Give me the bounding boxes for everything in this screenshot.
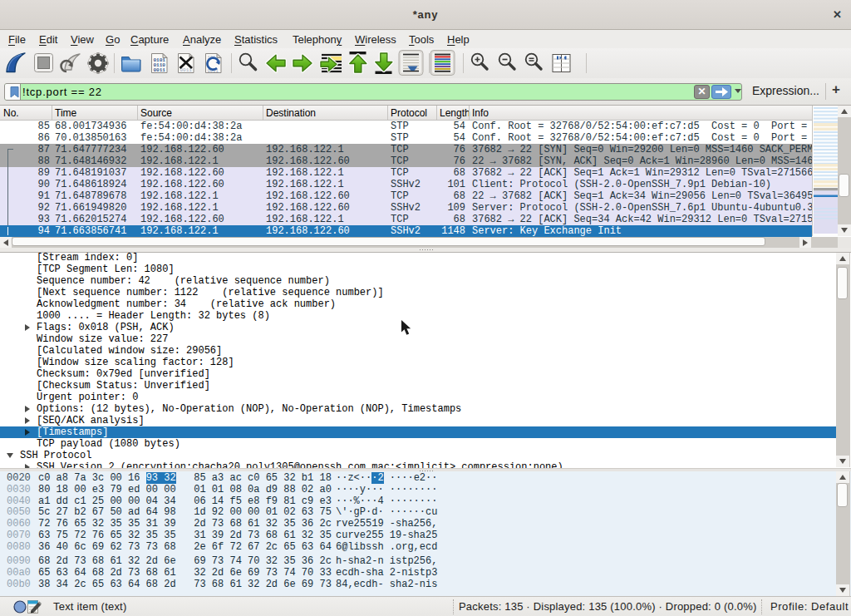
svg-text:0011: 0011 — [154, 67, 166, 73]
